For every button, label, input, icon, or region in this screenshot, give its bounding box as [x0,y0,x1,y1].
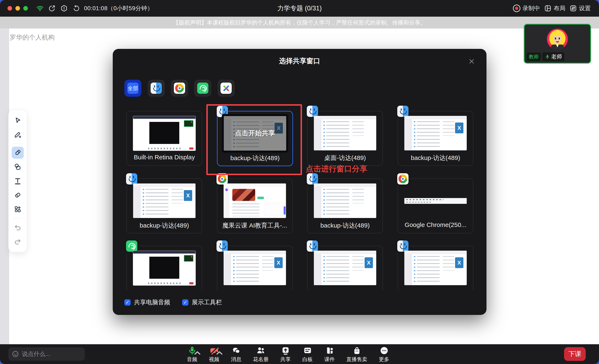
window-card-backup-finder[interactable]: X backup-访达(489) [126,178,202,233]
live-sales-bag-icon [352,346,362,355]
mogu-cloud-app-icon [126,240,137,252]
show-toolbar-option[interactable]: 展示工具栏 [182,298,222,307]
recording-status: 录制中 [513,4,540,12]
chat-input-container[interactable] [8,347,85,361]
window-label: 桌面-访达(489) [310,154,380,162]
canvas-left-gutter [0,28,9,344]
teacher-avatar [547,29,568,50]
finder-app-icon [307,173,318,185]
live-sales-label: 直播售卖 [346,356,367,363]
courseware-label: 课件 [325,356,335,363]
share-audio-label: 共享电脑音频 [134,298,170,307]
more-label: 更多 [379,356,389,363]
restart-icon[interactable] [72,5,80,12]
messages-button[interactable]: 消息 [231,346,241,363]
window-card-mogu-webpage[interactable]: 魔果云课 AI教育工具-... [217,178,293,233]
network-signal-icon[interactable] [36,5,44,12]
layout-label: 布局 [554,4,565,12]
window-label: 魔果云课 AI教育工具-... [220,221,290,230]
alert-hexagon-icon[interactable] [60,5,68,12]
window-label: backup-访达(489) [220,154,290,162]
microphone-status-icon [545,54,550,59]
video-options-caret-icon[interactable] [215,348,224,359]
class-title: 力学专题 (0/31) [277,4,322,13]
audio-options-caret-icon[interactable] [193,348,202,359]
undo-button[interactable] [12,221,24,233]
top-bar: 00:01:08（0小时59分钟） 力学专题 (0/31) 录制中 布局 设置 [0,0,599,17]
window-thumbnail: X [224,251,286,285]
messages-label: 消息 [231,356,241,363]
text-tool-button[interactable] [12,175,24,187]
share-audio-option[interactable]: 共享电脑音频 [124,298,170,307]
drawing-toolbar [8,110,27,252]
minimize-window-button[interactable] [15,6,20,11]
share-export-icon[interactable] [48,5,56,12]
share-window-dialog: 选择共享窗口 全部 Built-in Retina Display X [113,49,486,315]
select-tool-button[interactable] [12,114,24,126]
window-card-finder[interactable]: X [307,246,383,290]
maximize-window-button[interactable] [23,6,28,11]
window-card-mogu-app[interactable] [126,246,202,290]
whiteboard-icon [303,346,312,355]
eraser-tool-button[interactable] [12,189,24,201]
window-card-builtin-display[interactable]: Built-in Retina Display [126,111,202,166]
settings-button[interactable]: 设置 [570,4,591,12]
pen-tool-button[interactable] [12,129,24,141]
window-controls [8,6,28,11]
whiteboard-button[interactable]: 白板 [302,346,313,363]
audio-button[interactable]: 音频 [187,346,197,363]
checkbox-checked-icon[interactable] [124,299,131,306]
chat-input[interactable] [22,350,74,357]
share-screen-label: 共享 [280,356,291,363]
settings-icon [570,5,577,12]
share-screen-button[interactable]: 共享 [280,346,291,363]
role-badge: 教师 [527,53,541,61]
courseware-button[interactable]: 课件 [325,346,335,363]
emoji-icon[interactable] [12,350,19,358]
redo-button[interactable] [12,235,24,248]
live-sales-button[interactable]: 直播售卖 [346,346,367,363]
window-thumbnail [314,183,376,218]
marker-tool-button-selected[interactable] [12,147,24,159]
window-grid: Built-in Retina Display X 点击开始共享 backup-… [113,49,486,290]
teacher-name-badge: 老师 [542,52,564,61]
settings-label: 设置 [579,4,591,12]
window-label: backup-访达(489) [400,154,471,162]
window-label: Google Chrome(250... [400,221,471,228]
finder-app-icon [307,240,318,252]
shapes-tool-button[interactable] [12,161,24,173]
start-share-overlay[interactable]: 点击开始共享 [224,116,286,151]
window-thumbnail [404,183,467,218]
courseware-icon [325,346,335,355]
teacher-video-tile[interactable]: 教师 老师 [524,24,591,64]
teacher-name: 老师 [551,53,562,60]
window-label: Built-in Retina Display [129,154,200,161]
window-card-finder[interactable]: X [398,246,473,290]
roster-button[interactable]: 花名册 [253,346,269,363]
copyright-banner: 【版权声明】本课程版权归罗华的个人机构所有，仅限个人学习，严禁任何形式的录制、传… [0,17,599,28]
window-card-backup-finder[interactable]: backup-访达(489) [307,178,383,233]
end-class-button[interactable]: 下课 [564,347,586,361]
window-thumbnail: X [133,183,195,218]
window-card-backup-finder-selected[interactable]: X 点击开始共享 backup-访达(489) [217,111,293,166]
more-button[interactable]: 更多 [379,346,389,363]
whiteboard-label: 白板 [302,356,313,363]
window-card-backup-finder[interactable]: X backup-访达(489) [398,111,473,166]
layout-button[interactable]: 布局 [544,4,565,12]
finder-app-icon [217,240,228,252]
window-card-finder[interactable]: X [217,246,293,290]
window-card-desktop-finder[interactable]: 桌面-访达(489) [307,111,383,166]
window-thumbnail [314,116,376,150]
add-widget-tool-button[interactable] [12,203,24,215]
bottom-bar: 音频 视频 消息 花名册 共享 白板 [0,344,599,364]
window-card-google-chrome[interactable]: Google Chrome(250... [398,178,473,233]
checkbox-checked-icon[interactable] [182,299,188,306]
video-button[interactable]: 视频 [209,346,220,363]
window-thumbnail: X [404,116,467,150]
finder-app-icon [397,240,408,252]
more-ellipsis-icon [379,346,389,355]
finder-app-icon [397,106,408,117]
roster-people-icon [256,346,266,355]
class-timer: 00:01:08（0小时59分钟） [84,4,153,12]
close-window-button[interactable] [8,6,12,11]
